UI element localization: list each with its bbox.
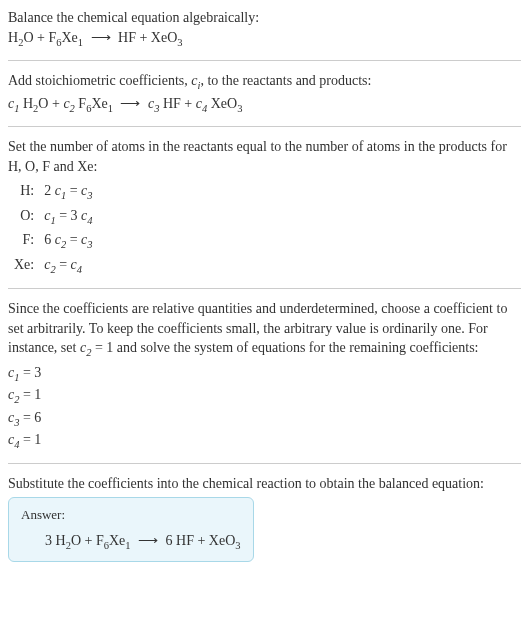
divider [8, 463, 521, 464]
reaction-arrow: ⟶ [87, 30, 115, 45]
coeff-c2: c2 [63, 96, 74, 111]
answer-intro: Substitute the coefficients into the che… [8, 474, 521, 494]
species-f6xe1: F6Xe1 [48, 30, 83, 45]
element-label-h: H: [8, 180, 38, 204]
answer-label: Answer: [21, 506, 241, 524]
species-h2o: H2O [23, 96, 49, 111]
equation-h: 2 c1 = c3 [38, 180, 98, 204]
table-row: O: c1 = 3 c4 [8, 205, 99, 229]
table-row: Xe: c2 = c4 [8, 254, 99, 278]
divider [8, 126, 521, 127]
solution-c1: c1 = 3 [8, 363, 521, 385]
equation-xe: c2 = c4 [38, 254, 98, 278]
answer-box: Answer: 3 H2O + F6Xe1 ⟶ 6 HF + XeO3 [8, 497, 254, 562]
coeff-c1: c1 [8, 96, 19, 111]
section-problem: Balance the chemical equation algebraica… [8, 8, 521, 50]
reaction-arrow: ⟶ [116, 96, 144, 111]
plus-sign: + [34, 30, 49, 45]
plus-sign: + [136, 30, 151, 45]
reaction-arrow: ⟶ [134, 533, 162, 548]
table-row: F: 6 c2 = c3 [8, 229, 99, 253]
solution-c2: c2 = 1 [8, 385, 521, 407]
unbalanced-equation: H2O + F6Xe1 ⟶ HF + XeO3 [8, 28, 521, 50]
section-solve: Since the coefficients are relative quan… [8, 299, 521, 453]
section-answer: Substitute the coefficients into the che… [8, 474, 521, 562]
balanced-equation: 3 H2O + F6Xe1 ⟶ 6 HF + XeO3 [21, 531, 241, 553]
equation-f: 6 c2 = c3 [38, 229, 98, 253]
problem-statement: Balance the chemical equation algebraica… [8, 8, 521, 28]
solution-c4: c4 = 1 [8, 430, 521, 452]
divider [8, 288, 521, 289]
solution-c3: c3 = 6 [8, 408, 521, 430]
species-hf: HF [176, 533, 194, 548]
species-xeo3: XeO3 [209, 533, 241, 548]
atom-balance-table: H: 2 c1 = c3 O: c1 = 3 c4 F: 6 c2 = c3 X… [8, 180, 99, 278]
coeff-c4: c4 [196, 96, 207, 111]
species-f6xe1: F6Xe1 [96, 533, 131, 548]
coefficients-intro: Add stoichiometric coefficients, ci, to … [8, 71, 521, 93]
equation-o: c1 = 3 c4 [38, 205, 98, 229]
element-label-xe: Xe: [8, 254, 38, 278]
species-hf: HF [163, 96, 181, 111]
species-hf: HF [118, 30, 136, 45]
equation-with-coefficients: c1 H2O + c2 F6Xe1 ⟶ c3 HF + c4 XeO3 [8, 94, 521, 116]
species-h2o: H2O [8, 30, 34, 45]
species-xeo3: XeO3 [211, 96, 243, 111]
element-label-f: F: [8, 229, 38, 253]
coeff-c3: c3 [148, 96, 159, 111]
species-f6xe1: F6Xe1 [78, 96, 113, 111]
species-xeo3: XeO3 [151, 30, 183, 45]
atom-balance-intro: Set the number of atoms in the reactants… [8, 137, 521, 176]
section-coefficients: Add stoichiometric coefficients, ci, to … [8, 71, 521, 116]
species-h2o: H2O [56, 533, 82, 548]
solve-paragraph: Since the coefficients are relative quan… [8, 299, 521, 361]
section-atom-balance: Set the number of atoms in the reactants… [8, 137, 521, 278]
solution-list: c1 = 3 c2 = 1 c3 = 6 c4 = 1 [8, 363, 521, 453]
table-row: H: 2 c1 = c3 [8, 180, 99, 204]
divider [8, 60, 521, 61]
element-label-o: O: [8, 205, 38, 229]
variable-c2: c2 [80, 340, 91, 355]
